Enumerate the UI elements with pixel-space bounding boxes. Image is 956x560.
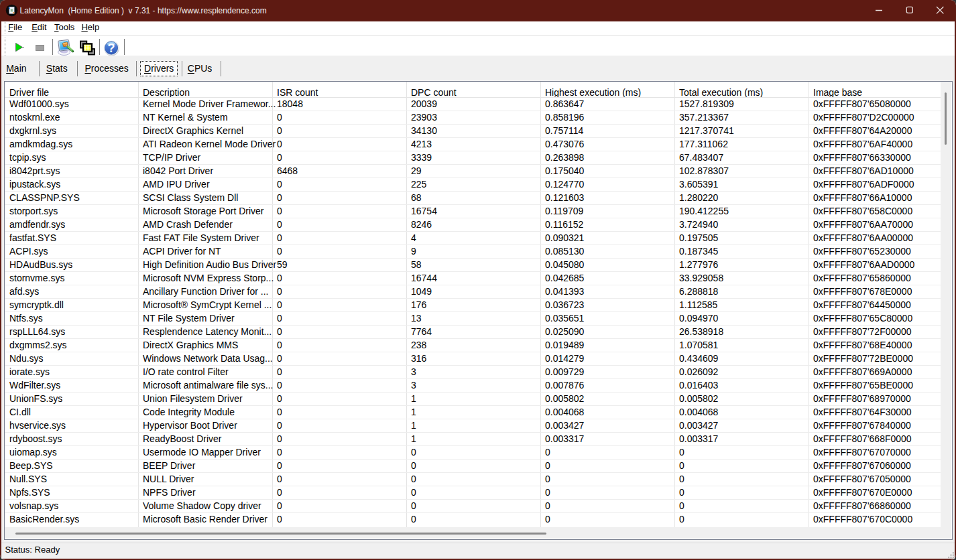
svg-text:?: ? (108, 42, 115, 55)
